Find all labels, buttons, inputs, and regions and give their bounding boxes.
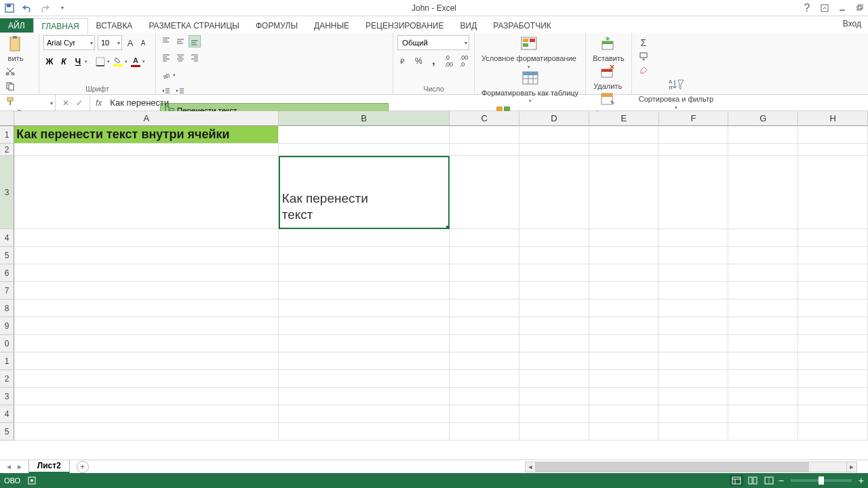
cell-H10[interactable]: [798, 335, 868, 352]
cut-icon[interactable]: [4, 65, 16, 77]
cell-G1[interactable]: [728, 126, 798, 144]
view-page-layout-icon[interactable]: [746, 475, 760, 486]
copy-icon[interactable]: [4, 80, 16, 92]
cell-C4[interactable]: [450, 229, 519, 247]
cell-E1[interactable]: [589, 126, 659, 144]
cell-F10[interactable]: [658, 335, 728, 352]
column-header-F[interactable]: F: [659, 111, 729, 126]
cell-B13[interactable]: [279, 388, 450, 405]
cell-E12[interactable]: [589, 370, 659, 388]
chevron-down-icon[interactable]: ▾: [125, 59, 127, 64]
column-header-B[interactable]: B: [279, 111, 450, 126]
row-header-5[interactable]: 5: [0, 247, 14, 264]
font-name-combo[interactable]: Arial Cyr▾: [43, 35, 95, 50]
view-page-break-icon[interactable]: [762, 475, 776, 486]
scroll-left-icon[interactable]: ◄: [525, 462, 536, 472]
cell-B5[interactable]: [279, 247, 450, 264]
enter-icon[interactable]: ✓: [75, 98, 84, 108]
cell-E14[interactable]: [589, 405, 659, 423]
borders-icon[interactable]: [94, 56, 106, 68]
cell-A6[interactable]: [14, 264, 278, 282]
cell-C7[interactable]: [450, 282, 519, 300]
cell-G8[interactable]: [728, 300, 798, 317]
help-icon[interactable]: ?: [802, 3, 812, 14]
cell-H1[interactable]: [798, 126, 868, 144]
cell-A4[interactable]: [14, 229, 278, 247]
cell-D6[interactable]: [519, 264, 589, 282]
maximize-icon[interactable]: [854, 3, 865, 14]
underline-button[interactable]: Ч: [72, 57, 84, 66]
align-center-icon[interactable]: [174, 52, 186, 64]
cell-E11[interactable]: [589, 352, 659, 370]
row-header-4[interactable]: 4: [0, 229, 14, 247]
tab-data[interactable]: ДАННЫЕ: [306, 18, 357, 33]
increase-indent-icon[interactable]: [174, 85, 186, 98]
cell-H13[interactable]: [798, 388, 868, 405]
tab-file[interactable]: АЙЛ: [0, 18, 33, 33]
font-color-icon[interactable]: A: [130, 56, 142, 68]
cell-E7[interactable]: [589, 282, 659, 300]
cell-D5[interactable]: [519, 247, 589, 264]
orientation-icon[interactable]: ab: [160, 69, 172, 81]
scroll-right-icon[interactable]: ►: [846, 462, 857, 472]
number-format-combo[interactable]: Общий▾: [397, 35, 469, 50]
fill-icon[interactable]: [636, 50, 651, 62]
align-right-icon[interactable]: [189, 52, 201, 64]
minimize-icon[interactable]: [837, 3, 848, 14]
comma-format-icon[interactable]: ,: [427, 54, 439, 68]
cell-D11[interactable]: [519, 352, 589, 370]
cell-F14[interactable]: [658, 405, 728, 423]
grow-font-icon[interactable]: A: [125, 38, 136, 48]
align-top-icon[interactable]: [160, 35, 172, 47]
chevron-down-icon[interactable]: ▾: [107, 59, 110, 64]
cell-A5[interactable]: [14, 247, 278, 264]
cell-A10[interactable]: [14, 335, 278, 352]
cell-C8[interactable]: [450, 300, 519, 317]
cell-F13[interactable]: [658, 388, 728, 405]
cell-H12[interactable]: [798, 370, 868, 388]
cell-H7[interactable]: [798, 282, 868, 300]
cell-A7[interactable]: [14, 282, 278, 300]
cell-C13[interactable]: [450, 388, 519, 405]
cell-C12[interactable]: [450, 370, 519, 388]
cell-B7[interactable]: [279, 282, 450, 300]
sheet-nav-next-icon[interactable]: ►: [16, 463, 23, 470]
row-header-13[interactable]: 3: [0, 388, 14, 405]
cell-C9[interactable]: [450, 317, 519, 335]
cell-B10[interactable]: [279, 335, 450, 352]
cell-A1[interactable]: Как перенести текст внутри ячейки: [14, 126, 278, 144]
cell-B4[interactable]: [279, 229, 450, 247]
insert-cells-button[interactable]: Вставить: [590, 35, 627, 63]
macro-record-icon[interactable]: [27, 476, 37, 485]
cell-C15[interactable]: [450, 423, 519, 441]
chevron-down-icon[interactable]: ▾: [85, 59, 87, 64]
cell-C3[interactable]: [450, 156, 519, 229]
cell-G11[interactable]: [728, 352, 798, 370]
customize-qat-icon[interactable]: ▾: [57, 3, 68, 14]
row-header-7[interactable]: 7: [0, 282, 14, 300]
cell-B9[interactable]: [279, 317, 450, 335]
tab-insert[interactable]: ВСТАВКА: [88, 18, 141, 33]
zoom-slider[interactable]: [791, 479, 852, 482]
cell-H2[interactable]: [798, 144, 868, 156]
name-box[interactable]: ▾: [0, 95, 56, 110]
cell-E9[interactable]: [589, 317, 659, 335]
cell-B14[interactable]: [279, 405, 450, 423]
cell-G4[interactable]: [728, 229, 798, 247]
cell-D8[interactable]: [519, 300, 589, 317]
cell-C5[interactable]: [450, 247, 519, 264]
bold-button[interactable]: Ж: [43, 57, 56, 66]
formula-input[interactable]: Как перенести: [107, 98, 868, 108]
cell-F7[interactable]: [658, 282, 728, 300]
cell-E15[interactable]: [589, 423, 659, 441]
cell-F12[interactable]: [658, 370, 728, 388]
cell-H11[interactable]: [798, 352, 868, 370]
row-header-8[interactable]: 8: [0, 300, 14, 317]
paste-button[interactable]: вить: [4, 35, 27, 62]
cell-F15[interactable]: [658, 423, 728, 441]
row-header-3[interactable]: 3: [0, 156, 14, 229]
cell-G6[interactable]: [728, 264, 798, 282]
cell-D9[interactable]: [519, 317, 589, 335]
cell-H8[interactable]: [798, 300, 868, 317]
cell-F9[interactable]: [658, 317, 728, 335]
